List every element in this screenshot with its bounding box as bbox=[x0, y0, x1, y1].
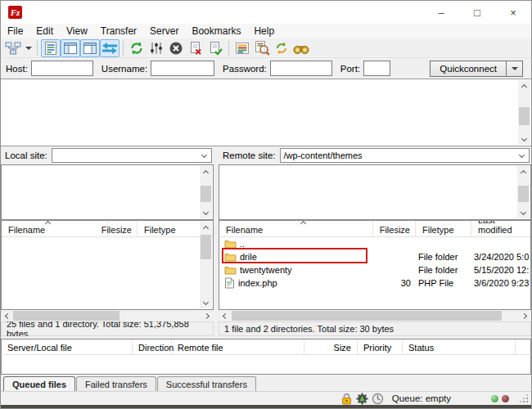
local-file-list[interactable]: Filename Filesize Filetype bbox=[1, 220, 214, 310]
minimize-button[interactable]: – bbox=[423, 1, 459, 24]
column-header-filetype[interactable]: Filetype bbox=[416, 221, 471, 236]
scroll-thumb[interactable] bbox=[518, 186, 529, 202]
scroll-right-icon[interactable] bbox=[201, 310, 214, 321]
queue-column-server-local-file[interactable]: Server/Local file bbox=[2, 339, 133, 354]
speed-limit-clock-icon[interactable] bbox=[372, 393, 384, 405]
host-input[interactable] bbox=[31, 61, 93, 76]
scroll-thumb[interactable] bbox=[13, 311, 119, 321]
scroll-left-icon[interactable] bbox=[1, 310, 13, 321]
scroll-down-icon[interactable] bbox=[200, 297, 212, 308]
quickconnect-dropdown-icon[interactable] bbox=[507, 61, 523, 77]
queue-column-direction[interactable]: Direction bbox=[133, 339, 172, 354]
local-list-hscrollbar[interactable] bbox=[1, 310, 214, 321]
find-files-icon[interactable] bbox=[291, 39, 311, 57]
local-file-list-panel: Filename Filesize Filetype 25 files and … bbox=[1, 220, 214, 336]
menu-item-server[interactable]: Server bbox=[143, 24, 185, 38]
tab-successful-transfers[interactable]: Successful transfers bbox=[157, 376, 256, 391]
scroll-down-icon[interactable] bbox=[518, 133, 530, 145]
transfer-queue-list[interactable] bbox=[1, 355, 531, 375]
password-input[interactable] bbox=[270, 61, 332, 76]
file-name: index.php bbox=[238, 278, 277, 288]
queue-column-size[interactable]: Size bbox=[304, 339, 358, 354]
file-row-index-php[interactable]: index.php 30 PHP File 3/6/2020 9:23 bbox=[219, 276, 530, 290]
scroll-right-icon[interactable] bbox=[519, 310, 531, 321]
maximize-button[interactable]: □ bbox=[459, 1, 495, 24]
remote-tree-scrollbar[interactable] bbox=[517, 166, 530, 218]
disconnect-icon[interactable] bbox=[186, 39, 205, 57]
toggle-local-tree-icon[interactable] bbox=[61, 39, 80, 57]
remote-site-path: /wp-content/themes bbox=[284, 151, 363, 160]
site-manager-dropdown-icon[interactable] bbox=[23, 39, 34, 57]
file-size: 30 bbox=[373, 278, 416, 288]
toggle-transfer-queue-icon[interactable] bbox=[100, 39, 119, 57]
scroll-left-icon[interactable] bbox=[219, 310, 231, 321]
column-header-filesize[interactable]: Filesize bbox=[373, 221, 416, 236]
file-row-drile[interactable]: drile File folder 3/24/2020 5:0 bbox=[219, 250, 530, 263]
toggle-message-log-icon[interactable] bbox=[41, 39, 61, 57]
column-header-filename[interactable]: Filename bbox=[2, 221, 108, 236]
scroll-thumb[interactable] bbox=[201, 235, 211, 259]
message-log-scrollbar[interactable] bbox=[518, 80, 530, 145]
menu-item-view[interactable]: View bbox=[60, 24, 94, 38]
file-row-parent-dir[interactable]: .. bbox=[219, 237, 530, 250]
column-header-filename[interactable]: Filename bbox=[219, 221, 373, 236]
remote-directory-tree[interactable] bbox=[219, 164, 531, 220]
menu-item-help[interactable]: Help bbox=[247, 24, 281, 38]
scroll-up-icon[interactable] bbox=[200, 166, 212, 178]
process-queue-icon[interactable] bbox=[147, 39, 166, 57]
close-button[interactable]: × bbox=[495, 1, 531, 24]
scroll-down-icon[interactable] bbox=[517, 207, 530, 218]
column-header-filesize[interactable]: Filesize bbox=[108, 221, 138, 236]
queue-tabs: Queued files Failed transfers Successful… bbox=[1, 375, 531, 391]
synchronized-browsing-icon[interactable] bbox=[272, 39, 291, 57]
remote-file-list[interactable]: Filename Filesize Filetype Last modified… bbox=[219, 220, 531, 310]
local-list-scrollbar[interactable] bbox=[200, 222, 212, 308]
directory-comparison-icon[interactable] bbox=[252, 39, 272, 57]
resize-grip[interactable] bbox=[519, 393, 529, 403]
queue-column-priority[interactable]: Priority bbox=[358, 339, 403, 354]
local-site-combobox[interactable] bbox=[52, 148, 212, 163]
site-manager-icon[interactable] bbox=[3, 39, 23, 57]
queue-column-remote-file[interactable]: Remote file bbox=[172, 339, 304, 354]
window-bottom-edge bbox=[1, 405, 531, 409]
scroll-up-icon[interactable] bbox=[517, 166, 530, 178]
scroll-thumb[interactable] bbox=[519, 107, 530, 125]
queue-column-filler bbox=[516, 339, 530, 354]
local-tree-scrollbar[interactable] bbox=[200, 166, 212, 218]
encryption-lock-icon[interactable] bbox=[340, 393, 353, 405]
filezilla-window: Fz – □ × File Edit View Transfer Server … bbox=[0, 0, 532, 409]
scroll-up-icon[interactable] bbox=[200, 222, 212, 233]
column-header-last-modified[interactable]: Last modified bbox=[471, 221, 530, 236]
quickconnect-button[interactable]: Quickconnect bbox=[430, 61, 507, 77]
username-input[interactable] bbox=[151, 61, 214, 76]
scroll-down-icon[interactable] bbox=[200, 207, 212, 218]
window-controls: – □ × bbox=[423, 1, 531, 24]
settings-gear-icon[interactable] bbox=[356, 393, 368, 405]
tab-failed-transfers[interactable]: Failed transfers bbox=[76, 376, 156, 391]
remote-list-header: Filename Filesize Filetype Last modified bbox=[219, 221, 530, 237]
refresh-icon[interactable] bbox=[127, 39, 147, 57]
remote-site-combobox[interactable]: /wp-content/themes bbox=[280, 148, 530, 163]
cancel-icon[interactable] bbox=[166, 39, 186, 57]
scroll-thumb[interactable] bbox=[201, 186, 211, 202]
file-type: File folder bbox=[416, 265, 471, 275]
directory-listing-filters-icon[interactable] bbox=[232, 39, 252, 57]
toolbar-separator bbox=[123, 41, 124, 56]
queue-column-status[interactable]: Status bbox=[403, 339, 516, 354]
menu-item-edit[interactable]: Edit bbox=[29, 24, 60, 38]
reconnect-icon[interactable] bbox=[205, 39, 225, 57]
menu-item-bookmarks[interactable]: Bookmarks bbox=[185, 24, 247, 38]
port-input[interactable] bbox=[363, 61, 390, 76]
menu-item-file[interactable]: File bbox=[1, 24, 29, 38]
status-bar: Queue: empty bbox=[1, 391, 531, 405]
scroll-up-icon[interactable] bbox=[518, 80, 530, 92]
remote-list-hscrollbar[interactable] bbox=[219, 310, 531, 321]
local-directory-tree[interactable] bbox=[1, 164, 214, 220]
file-modified: 3/6/2020 9:23 bbox=[471, 278, 530, 288]
tab-queued-files[interactable]: Queued files bbox=[3, 376, 75, 391]
toggle-remote-tree-icon[interactable] bbox=[80, 39, 100, 57]
file-row-twentytwenty[interactable]: twentytwenty File folder 5/15/2020 12: bbox=[219, 263, 530, 276]
scroll-thumb[interactable] bbox=[232, 311, 502, 321]
column-header-filetype[interactable]: Filetype bbox=[138, 221, 201, 236]
menu-item-transfer[interactable]: Transfer bbox=[94, 24, 143, 38]
